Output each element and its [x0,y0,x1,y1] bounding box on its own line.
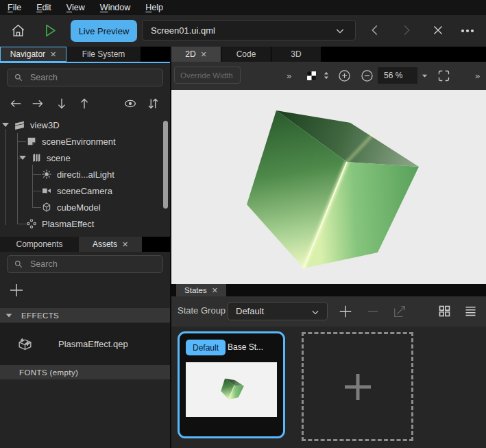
directional-light-icon [41,169,52,180]
close-tab-icon[interactable]: ✕ [201,51,207,58]
tab-navigator[interactable]: Navigator ✕ [0,47,66,62]
scene-layers-icon [31,152,42,163]
camera-icon [41,185,52,196]
tree-item-scene[interactable]: scene [19,150,71,166]
close-tab-icon[interactable]: ✕ [50,51,56,58]
assets-search-input[interactable] [29,259,148,270]
menu-help[interactable]: Help [138,0,171,15]
tab-file-system[interactable]: File System [66,47,141,62]
navigator-search-input[interactable] [29,72,148,83]
effects-section-header[interactable]: EFFECTS [0,308,170,322]
open-file-selector[interactable]: Screen01.ui.qml [142,20,356,40]
nav-back-icon[interactable] [367,23,382,38]
tree-guide-line [17,133,18,224]
states-toolbar: State Group Default [171,296,486,327]
close-tab-icon[interactable]: ✕ [212,287,218,294]
tab-components[interactable]: Components [0,237,79,252]
tab-assets[interactable]: Assets ✕ [79,237,142,252]
move-left-icon[interactable] [8,96,23,111]
move-down-icon[interactable] [54,96,69,111]
tree-guide-line [17,141,26,142]
tree-item-scene-environment[interactable]: sceneEnvironment [26,133,116,150]
close-tab-icon[interactable]: ✕ [122,241,128,248]
menu-view[interactable]: View [59,0,93,15]
tree-item-label: directi...alLight [57,169,114,180]
fonts-section-header[interactable]: FONTS (empty) [0,365,189,379]
tab-3d[interactable]: 3D [271,47,321,62]
state-group-select[interactable]: Default [228,302,328,320]
state-default-pill[interactable]: Default [186,340,226,355]
collapse-triangle-icon[interactable] [19,156,26,160]
live-preview-button[interactable]: Live Preview [71,20,137,42]
remove-state-icon[interactable] [365,304,380,319]
navigator-tree: view3D sceneEnvironment scene directi...… [0,117,170,235]
effect-file-icon [16,335,34,353]
section-collapse-icon[interactable] [6,314,12,317]
zoom-out-icon[interactable] [360,69,374,83]
more-options-icon[interactable] [459,23,476,39]
tree-item-view3d[interactable]: view3D [2,117,60,133]
tab-code[interactable]: Code [221,47,271,62]
asset-item-label: PlasmaEffect.qep [58,339,128,349]
cube-render [171,90,486,284]
tree-item-directional-light[interactable]: directi...alLight [41,166,114,182]
sort-order-icon[interactable] [145,96,160,111]
run-play-icon[interactable] [41,22,58,39]
tree-item-label: view3D [30,120,60,130]
background-checker-icon[interactable] [306,71,317,81]
chevron-down-icon [311,307,320,317]
zoom-level-value[interactable]: 56 % [378,67,417,84]
grid-view-icon[interactable] [437,304,452,318]
fit-to-screen-icon[interactable] [437,69,451,83]
tree-item-plasma-effect[interactable]: PlasmaEffect [26,215,94,232]
add-state-card[interactable] [302,332,413,441]
asset-item-plasma-effect[interactable]: PlasmaEffect.qep [0,335,128,353]
zoom-dropdown-icon[interactable] [421,72,428,80]
states-tabbar: States ✕ [171,284,486,296]
state-card-default[interactable]: Default Base St... [178,331,285,438]
spinner-updown-icon[interactable] [320,69,332,82]
tab-2d[interactable]: 2D ✕ [171,47,221,62]
tree-scrollbar[interactable] [163,121,168,209]
tree-guide-line [32,207,41,208]
nav-forward-icon[interactable] [399,23,414,38]
navigator-search[interactable] [7,69,163,86]
list-view-icon[interactable] [463,304,478,318]
state-base-label[interactable]: Base St... [228,342,263,352]
open-file-name: Screen01.ui.qml [151,25,215,36]
focused-dock-accent-line [0,62,170,63]
2d-view-toolbar: » 56 % » [171,62,486,90]
assets-search[interactable] [7,255,163,273]
add-asset-plus-icon[interactable] [8,282,25,298]
add-state-icon[interactable] [338,304,353,319]
overflow-chevrons-icon[interactable]: » [287,71,290,81]
overflow-chevrons-icon[interactable]: » [475,71,478,81]
override-width-input[interactable] [174,67,241,84]
main-view-tabbar: 2D ✕ Code 3D [171,47,486,62]
zoom-in-icon[interactable] [337,69,352,83]
move-right-icon[interactable] [30,96,45,111]
states-thumbnail-strip: Default Base St... [171,327,486,448]
menu-window[interactable]: Window [93,0,138,15]
tab-states[interactable]: States ✕ [176,284,226,296]
tree-item-scene-camera[interactable]: sceneCamera [41,182,112,199]
tree-item-cube-model[interactable]: cubeModel [41,199,101,215]
state-group-label: State Group [178,305,226,316]
move-up-icon[interactable] [77,96,92,111]
visibility-eye-icon[interactable] [123,96,138,111]
tree-item-label: cubeModel [57,202,101,213]
close-document-icon[interactable] [430,23,446,38]
tab-navigator-label: Navigator [10,49,45,59]
tree-guide-line [5,129,6,225]
collapse-triangle-icon[interactable] [2,123,9,127]
tab-states-label: States [184,286,207,294]
menu-edit[interactable]: Edit [29,0,59,15]
view3d-icon [14,119,25,131]
qt-design-studio-window: File Edit View Window Help Live Preview … [0,0,486,448]
home-icon[interactable] [10,22,27,39]
menu-file[interactable]: File [0,0,29,15]
tab-file-system-label: File System [82,49,125,59]
edit-state-icon[interactable] [392,304,407,319]
2d-canvas[interactable] [171,90,486,284]
effects-section-body: PlasmaEffect.qep [0,323,170,365]
